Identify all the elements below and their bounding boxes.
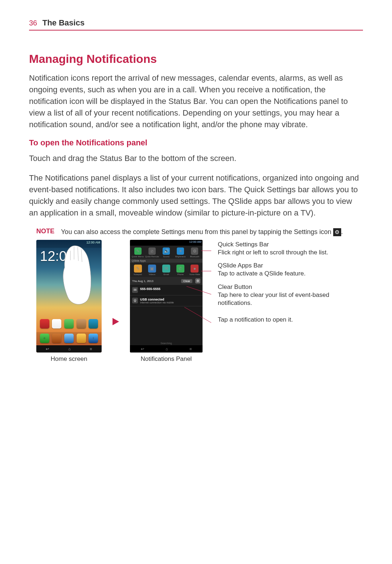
app-icon [89,319,98,329]
page-number: 36 [29,19,37,27]
quick-settings-bar: ✎Quick Memo ⎚Quick Remote 🔊Sound ☀Bright… [130,246,203,259]
phone-icon: ✆ [40,334,49,343]
menu-icon: ≡ [90,347,92,351]
paragraph-open-panel: Touch and drag the Status Bar to the bot… [29,153,363,164]
messaging-icon [77,334,86,343]
callout-quick-settings: Quick Settings Bar Flick right or left t… [213,241,363,257]
app-icon [52,319,61,329]
sms-icon: ✉ [132,287,138,293]
intro-paragraph: Notification icons report the arrival of… [29,72,363,130]
notification-title: 555-555-5555 [140,287,160,291]
note-text-after: . [341,228,343,235]
browser-icon [64,334,74,343]
home-clock: 12:00 [40,249,74,264]
home-nav-bar: ↩ ⌂ ≡ [36,345,102,352]
section-heading: To open the Notifications panel [29,138,363,148]
notification-item[interactable]: ✉ 555-555-5555 [130,285,203,295]
note-text-before: You can also access the complete Setting… [61,228,333,235]
app-icon [64,319,74,329]
note-text: You can also access the complete Setting… [61,227,343,236]
note: NOTE You can also access the complete Se… [36,227,363,236]
panel-status-bar: 12:00 AM [130,240,203,246]
home-dock: ✆ ⠿ [36,332,102,345]
settings-icon: ⚙ [333,228,341,236]
back-icon: ↩ [46,347,49,351]
figure-home-screen: 12:00 AM 12:00 ✆ ⠿ ↩ [36,240,102,352]
app-icon [77,319,86,329]
caption-home: Home screen [36,355,102,363]
panel-date-row: Thu Aug 1, 2013 Clear ⚙ [130,277,203,285]
panel-nav-bar: ↩ ⌂ ≡ [130,345,203,352]
qslide-label: QSlide Apps [130,259,203,263]
qslide-apps-bar: ✎Notepad ▣Videos ✉Email ✆Phone ●Voice Ma… [130,263,203,277]
carrier-label: Searching [130,342,203,345]
callouts: Quick Settings Bar Flick right or left t… [213,240,363,329]
callout-qslide: QSlide Apps Bar Tap to activate a QSlide… [213,262,363,278]
back-icon: ↩ [141,347,144,351]
page-title: Managing Notifications [29,52,363,66]
home-icon: ⌂ [166,347,168,351]
callout-clear: Clear Button Tap here to clear your list… [213,283,363,307]
notification-title: USB connected [140,298,174,301]
caption-panel: Notifications Panel [130,355,203,363]
note-label: NOTE [36,227,54,235]
paragraph-panel-desc: The Notifications panel displays a list … [29,172,363,219]
apps-icon: ⠿ [89,334,98,343]
home-icon: ⌂ [68,347,71,351]
drag-arrow-icon [68,259,69,294]
home-app-row [36,319,102,329]
settings-icon[interactable]: ⚙ [195,278,200,283]
clear-button[interactable]: Clear [181,279,192,283]
notification-subtitle: Internet connection via mobile [140,301,174,304]
arrow-right-icon [113,318,119,325]
contacts-icon [52,334,61,343]
figure-notifications-panel: 12:00 AM ✎Quick Memo ⎚Quick Remote 🔊Soun… [130,240,203,352]
chapter-title: The Basics [42,18,85,27]
running-header: 36 The Basics [29,18,363,31]
home-status-bar: 12:00 AM [36,240,102,248]
panel-date: Thu Aug 1, 2013 [132,279,154,283]
notification-item[interactable]: ψ USB connected Internet connection via … [130,295,203,306]
callout-tap-notification: Tap a notification to open it. [213,316,363,324]
menu-icon: ≡ [189,347,192,351]
usb-icon: ψ [132,298,138,303]
app-icon [40,319,49,329]
